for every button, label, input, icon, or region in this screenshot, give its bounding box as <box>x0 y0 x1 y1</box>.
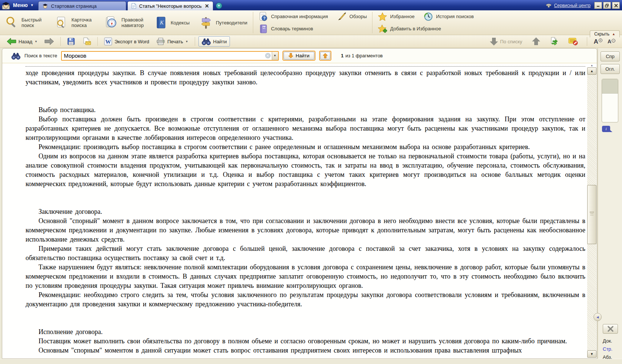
export-fragment-button[interactable] <box>547 36 562 47</box>
reference-info-button[interactable]: ? Справочная информация <box>254 12 332 21</box>
forward-button[interactable] <box>41 36 57 47</box>
application-window: Меню ▼ Стартовая страница Статья "Некото… <box>0 0 622 364</box>
mascot-icon <box>1 1 10 10</box>
search-input[interactable] <box>62 52 265 60</box>
reference-info-label: Справочная информация <box>271 14 328 19</box>
phone-icon <box>546 3 552 8</box>
tab-label: Статья "Некоторые вопросы и реко... <box>139 3 202 9</box>
titlebar: Меню ▼ Стартовая страница Статья "Некото… <box>0 0 622 10</box>
scrollbar-track[interactable] <box>587 75 596 350</box>
arrow-up-orange-icon <box>323 53 328 58</box>
search-input-wrap: ✕ ▼ <box>61 51 279 61</box>
favorites-label: Избранное <box>390 14 415 19</box>
search-history-dropdown[interactable]: ▼ <box>272 52 278 60</box>
position-indicator-fill <box>602 79 618 94</box>
document-position-indicator[interactable] <box>602 79 618 122</box>
quick-search-label: Быстрый поиск <box>21 17 45 28</box>
find-button[interactable]: Найти <box>198 36 230 47</box>
tab-article-document[interactable]: Статья "Некоторые вопросы и реко... ✕ <box>127 1 213 10</box>
guides-button[interactable]: Путеводители <box>194 10 252 35</box>
signpost-icon <box>199 16 213 29</box>
toolbar-separator <box>97 37 98 46</box>
close-x-icon <box>607 326 614 332</box>
send-document-button[interactable] <box>79 36 94 47</box>
prev-in-list-button[interactable] <box>529 36 543 47</box>
paragraph: ходе проведения процедуры закупки. В слу… <box>26 68 585 87</box>
export-word-button[interactable]: W Экспорт в Word <box>101 36 152 47</box>
document-panel: Поиск в тексте ✕ ▼ Найти <box>2 48 597 359</box>
page-scope-label[interactable]: Стр. <box>603 346 612 352</box>
search-card-button[interactable]: Карточка поиска <box>50 10 100 35</box>
dictionary-icon: Ая <box>258 24 268 34</box>
save-button[interactable] <box>64 36 78 47</box>
hide-toolbar-button[interactable]: Скрыть ▲ <box>590 30 620 37</box>
reviews-label: Обзоры <box>350 14 367 19</box>
find-label: Найти <box>213 39 227 44</box>
search-card-icon <box>55 16 68 29</box>
page-break-line <box>26 66 585 67</box>
font-decrease-button[interactable]: A− <box>607 38 616 45</box>
close-document-button[interactable] <box>603 324 618 334</box>
reviews-button[interactable]: Обзоры <box>332 12 371 21</box>
contents-tab-button[interactable]: Огл. <box>601 64 620 74</box>
paragraph: Рекомендации: производить выбор поставщи… <box>26 142 585 152</box>
new-tab-button[interactable]: ▼ <box>216 3 222 9</box>
doc-scope-label[interactable]: Док. <box>603 338 612 344</box>
document-icon <box>131 3 136 9</box>
scroll-up-button[interactable]: ▲ <box>587 67 596 75</box>
back-button[interactable]: Назад ▼ <box>4 36 40 47</box>
back-label: Назад <box>19 39 32 44</box>
find-next-button[interactable]: Найти <box>284 52 314 60</box>
restore-button[interactable] <box>603 2 611 9</box>
section-heading: Выбор поставщика. <box>26 105 585 115</box>
tab-close-icon[interactable]: ✕ <box>205 3 209 9</box>
tab-start-page[interactable]: Стартовая страница <box>38 1 126 10</box>
compass-icon <box>105 16 118 29</box>
find-prev-frame <box>319 51 331 61</box>
search-history-button[interactable]: История поисков <box>419 12 478 21</box>
paragraph: Выбор поставщика должен быть произведен … <box>26 115 585 142</box>
collapse-panel-button[interactable]: ◀ <box>593 313 602 321</box>
minimize-button[interactable] <box>594 2 602 9</box>
reference-tab-button[interactable]: Спр <box>601 51 620 61</box>
print-label: Печать <box>167 39 183 44</box>
doc-export-icon <box>550 37 559 46</box>
info-note-icon[interactable]: i <box>602 126 610 132</box>
binoculars-icon <box>201 38 211 45</box>
service-center-link[interactable]: Сервисный центр <box>546 3 591 8</box>
status-bar <box>0 359 622 364</box>
forward-arrow-icon <box>44 38 54 45</box>
fragments-count-text: из 1 фрагментов <box>345 53 383 58</box>
svg-text:Ая: Ая <box>262 26 265 28</box>
paragraph: Поставщик может выполнить свои обязатель… <box>26 337 585 346</box>
clear-search-icon[interactable]: ✕ <box>265 53 271 58</box>
star-icon <box>378 12 387 21</box>
font-increase-button[interactable]: A+ <box>593 38 603 46</box>
search-card-label: Карточка поиска <box>71 17 95 28</box>
arrow-down-icon <box>490 37 498 46</box>
favorites-button[interactable]: Избранное <box>373 12 419 21</box>
split-view-handle[interactable]: ▲ <box>587 63 596 67</box>
find-next-frame: Найти <box>282 51 315 61</box>
quick-search-button[interactable]: Быстрый поиск <box>0 10 50 35</box>
next-in-list-button[interactable]: По списку <box>487 36 525 47</box>
word-icon: W <box>104 37 112 46</box>
find-prev-button[interactable] <box>320 52 330 60</box>
document-text[interactable]: ходе проведения процедуры закупки. В слу… <box>26 65 585 357</box>
print-button[interactable]: Печать ▼ <box>153 36 191 47</box>
toolbar-separator <box>372 12 372 33</box>
paragraph: Рекомендации: необходимо строго следить … <box>26 290 585 309</box>
legal-navigator-button[interactable]: Правовой навигатор <box>100 10 150 35</box>
glossary-button[interactable]: Ая Словарь терминов <box>254 24 318 34</box>
menu-button[interactable]: Меню ▼ <box>0 0 38 10</box>
scrollbar-thumb[interactable] <box>587 185 596 244</box>
toolbar-separator <box>195 37 195 46</box>
codes-button[interactable]: К Кодексы <box>150 10 194 35</box>
comments-off-button[interactable] <box>565 36 581 47</box>
close-button[interactable] <box>612 2 620 9</box>
pen-icon <box>337 12 347 21</box>
add-to-favorites-button[interactable]: Добавить в Избранное <box>373 24 445 33</box>
toolbar-separator <box>253 12 253 33</box>
scroll-down-button[interactable]: ▼ <box>587 350 596 358</box>
legal-navigator-label: Правовой навигатор <box>121 17 145 28</box>
